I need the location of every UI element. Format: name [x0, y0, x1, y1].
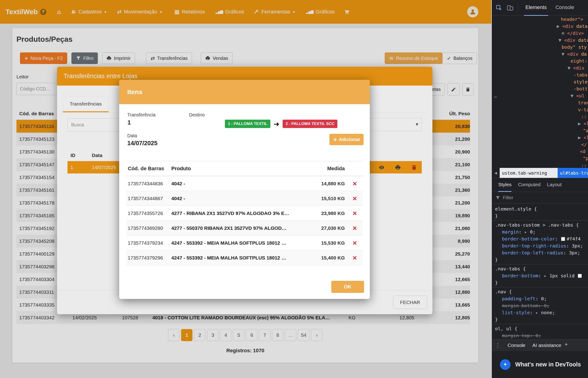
css-line[interactable]: [492, 263, 588, 264]
css-line[interactable]: border-top-left-radius: 3px;: [492, 249, 588, 256]
data-label: Data: [127, 133, 137, 138]
dom-tree-line[interactable]: -tabs-: [492, 71, 588, 78]
css-line[interactable]: [492, 219, 588, 220]
css-line[interactable]: }: [492, 212, 588, 219]
item-row[interactable]: 1735774379234 4247 - 553392 - MEIA MALHA…: [126, 236, 363, 250]
dom-tree-line[interactable]: ▼ <div data: [492, 37, 588, 44]
cell-medida: 14,880 KG: [305, 181, 347, 187]
css-line[interactable]: }: [492, 316, 588, 323]
crumb-scroll-left-icon[interactable]: ◀: [492, 168, 500, 178]
filter-funnel-icon: [495, 195, 500, 200]
css-line[interactable]: margin-top: 0;: [492, 332, 588, 339]
dom-tree-line[interactable]: </: [492, 141, 588, 148]
dom-tree-line[interactable]: ▼ <div: [492, 65, 588, 71]
remove-item-button[interactable]: [347, 255, 363, 260]
cell-barcode: 1735774355726: [126, 211, 170, 216]
dom-tree-line[interactable]: header">: [492, 16, 588, 23]
dom-tree-line[interactable]: v-ta: [492, 106, 588, 113]
cell-produto: 4277 - 550370 RIBANA 2X1 3527VD 97% ALGO…: [170, 225, 305, 231]
dom-tree-line[interactable]: ⊕ </div>: [492, 30, 588, 37]
cell-barcode: 1735774344867: [126, 196, 170, 201]
plus-icon: +: [333, 136, 337, 143]
cell-produto: 4042 -: [170, 196, 305, 201]
dom-tree-line[interactable]: "a: [492, 127, 588, 134]
item-row[interactable]: 1735774379296 4247 - 553392 - MEIA MALHA…: [126, 250, 363, 265]
css-line[interactable]: .nav {: [492, 288, 588, 295]
css-line[interactable]: }: [492, 256, 588, 263]
tab-layout[interactable]: Layout: [547, 178, 561, 192]
css-line[interactable]: [492, 286, 588, 287]
css-line[interactable]: border-top-right-radius: 3px;: [492, 242, 588, 249]
remove-item-button[interactable]: [347, 241, 363, 246]
breadcrumb-parent[interactable]: ustom.tab-warning: [500, 168, 558, 178]
dom-tree-line[interactable]: ▶ <l: [492, 134, 588, 141]
css-line[interactable]: .nav-tabs-custom > .nav-tabs {: [492, 221, 588, 229]
toolbar-divider: [518, 3, 518, 12]
dom-tree-line[interactable]: style=: [492, 78, 588, 85]
css-line[interactable]: }: [492, 279, 588, 286]
breadcrumb-selected[interactable]: ul#tabs-tra: [558, 168, 588, 178]
dom-tree-line[interactable]: body" sty: [492, 44, 588, 51]
col-barcode: Cód. de Barras: [126, 166, 170, 172]
cell-medida: 15,530 KG: [305, 240, 347, 246]
itens-modal: Itens Transferência 1 Destino 1 - PALLOM…: [119, 80, 370, 299]
cell-produto: 4247 - 553392 - MEIA MALHA SOFTPLUS 1801…: [170, 240, 305, 246]
styles-filter[interactable]: Filter: [492, 192, 588, 204]
transferencia-label: Transferência: [127, 112, 156, 118]
kebab-menu-icon[interactable]: ⋮: [495, 342, 501, 349]
tab-console[interactable]: Console: [554, 0, 576, 16]
drawer-tab-console[interactable]: Console: [508, 342, 525, 348]
more-nodes-indicator[interactable]: …: [494, 92, 497, 99]
item-row[interactable]: 1735774369280 4277 - 550370 RIBANA 2X1 3…: [126, 221, 363, 236]
dom-tree-line[interactable]: ::: [492, 162, 588, 168]
tab-styles[interactable]: Styles: [498, 178, 511, 192]
ok-button[interactable]: OK: [331, 281, 364, 293]
col-produto: Produto: [170, 166, 305, 172]
itens-table-header: Cód. de Barras Produto Medida: [126, 161, 363, 176]
dom-tree-line[interactable]: ::: [492, 113, 588, 120]
remove-item-button[interactable]: [347, 211, 363, 216]
css-line[interactable]: element.style {: [492, 205, 588, 212]
css-line[interactable]: ol, ul {: [492, 325, 588, 332]
dom-tree-line[interactable]: eight:: [492, 57, 588, 65]
styles-pane: element.style { } .nav-tabs-custom > .na…: [492, 204, 588, 339]
whats-new-bar[interactable]: What's new in DevTools: [492, 351, 588, 378]
cell-produto: 4247 - 553392 - MEIA MALHA SOFTPLUS 1801…: [170, 255, 305, 261]
destino-badges: 1 - PALLOMA TEXTIL ➜ 2 - PALLOMA TEXTIL …: [225, 120, 337, 128]
css-line[interactable]: [492, 323, 588, 324]
css-line[interactable]: margin: ▸ 0;: [492, 229, 588, 235]
itens-table: Cód. de Barras Produto Medida 1735774344…: [126, 161, 363, 265]
item-row[interactable]: 1735774344836 4042 - 14,880 KG: [126, 176, 363, 191]
item-row[interactable]: 1735774344867 4042 - 15,510 KG: [126, 191, 363, 206]
css-line[interactable]: list-style: ▸ none;: [492, 309, 588, 316]
dom-tree-line[interactable]: <d: [492, 148, 588, 155]
item-row[interactable]: 1735774355726 4277 - RIBANA 2X1 3527VD 9…: [126, 206, 363, 221]
dom-tree-line[interactable]: tran: [492, 99, 588, 106]
remove-item-button[interactable]: [347, 181, 363, 186]
inspect-element-icon[interactable]: [495, 4, 502, 11]
x-icon: [352, 226, 357, 231]
dom-tree-line[interactable]: ▶ <l: [492, 120, 588, 127]
css-line[interactable]: .nav-tabs {: [492, 265, 588, 272]
css-line[interactable]: border-bottom: ▸ 1px solid: [492, 272, 588, 279]
x-icon: [352, 241, 357, 246]
device-toolbar-icon[interactable]: [507, 4, 514, 11]
css-line[interactable]: padding-left: 0;: [492, 295, 588, 302]
adicionar-button[interactable]: +Adicionar: [330, 134, 363, 145]
remove-item-button[interactable]: [347, 196, 363, 201]
tab-elements[interactable]: Elements: [524, 0, 548, 16]
cell-medida: 23,980 KG: [305, 211, 347, 216]
dom-tree-line[interactable]: ▼ <ul: [492, 92, 588, 99]
remove-item-button[interactable]: [347, 226, 363, 231]
drawer-tab-ai[interactable]: AI assistance: [532, 342, 561, 348]
cell-produto: 4277 - RIBANA 2X1 3527VD 97% ALGODAO 3% …: [170, 211, 305, 216]
css-line[interactable]: border-bottom-color: #f4f4: [492, 235, 588, 242]
dom-tree-line[interactable]: -bott: [492, 85, 588, 92]
dom-tree-line[interactable]: ▼ <div da: [492, 51, 588, 57]
css-line[interactable]: margin-bottom: 0;: [492, 302, 588, 309]
dom-tree-line[interactable]: ▶ <div data: [492, 23, 588, 30]
ai-spark-icon: [564, 342, 569, 348]
tab-computed[interactable]: Computed: [518, 178, 540, 192]
cell-barcode: 1735774344836: [126, 181, 170, 187]
dom-tree-line[interactable]: "p: [492, 155, 588, 162]
